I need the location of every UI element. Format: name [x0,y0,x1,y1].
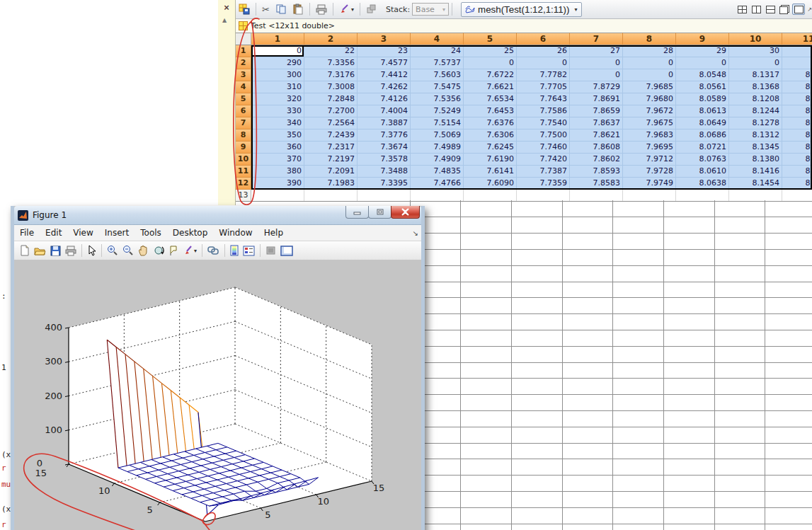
cell[interactable]: 0 [570,57,623,69]
cell[interactable]: 7.2564 [304,117,358,129]
cell[interactable]: 7.1983 [304,178,358,190]
cell[interactable]: 8.2000 [782,129,812,142]
cell[interactable]: 0 [517,57,570,69]
cell[interactable]: 7.5603 [411,69,464,81]
cell[interactable]: 23 [358,45,411,57]
close-button[interactable] [391,206,420,219]
cell[interactable]: 7.3887 [358,117,411,129]
cell[interactable]: 7.8659 [570,105,623,117]
row-header[interactable]: 9 [236,142,251,154]
cell[interactable]: 7.4004 [358,105,411,117]
menu-window[interactable]: Window [213,226,258,240]
menu-view[interactable]: View [67,226,98,240]
cell[interactable]: 7.8691 [570,93,623,105]
column-header[interactable]: 1 [251,33,304,45]
cell[interactable]: 7.8602 [570,154,623,166]
zoom-out-button[interactable] [121,243,135,258]
cell[interactable]: 7.5069 [411,129,464,142]
scroll-up-icon[interactable]: ▲ [222,17,227,23]
cell[interactable]: 0 [782,57,812,69]
cell[interactable]: 0 [251,45,304,57]
cell[interactable]: 7.2700 [304,105,358,117]
undock-icon[interactable]: ↗ [807,6,812,13]
cell[interactable]: 8.0561 [676,81,729,93]
cell[interactable]: 330 [251,105,304,117]
cell[interactable]: 8.1454 [729,178,782,190]
cell[interactable]: 30 [729,45,782,57]
menu-file[interactable]: File [14,226,40,240]
cell[interactable]: 380 [251,166,304,178]
new-figure-button[interactable] [18,243,31,258]
cell[interactable]: 7.7540 [517,117,570,129]
cell[interactable]: 31 [782,45,812,57]
cell[interactable]: 8.1278 [729,117,782,129]
layout-cascade-button[interactable] [778,4,791,15]
cell[interactable]: 24 [411,45,464,57]
cell[interactable]: 8.1317 [729,69,782,81]
cell[interactable]: 7.6245 [464,142,517,154]
layout-horizontal-split-button[interactable] [764,4,777,15]
cell[interactable]: 8.2000 [782,105,812,117]
cell[interactable]: 350 [251,129,304,142]
cell[interactable]: 7.3776 [358,129,411,142]
row-header[interactable]: 4 [236,81,251,93]
paste-button[interactable] [291,1,305,17]
cell[interactable]: 8.1380 [729,154,782,166]
cell[interactable]: 8.1312 [729,129,782,142]
column-header[interactable]: 9 [676,33,729,45]
dock-figure-icon[interactable]: ↘ [413,229,418,237]
open-file-button[interactable] [33,243,47,258]
cell[interactable]: 8.2000 [782,117,812,129]
cell[interactable]: 7.5737 [411,57,464,69]
cell[interactable]: 7.7705 [517,81,570,93]
cell[interactable]: 8.1208 [729,93,782,105]
cell[interactable]: 8.1416 [729,166,782,178]
cell[interactable]: 7.5356 [411,93,464,105]
rotate-3d-button[interactable] [151,243,166,258]
cell[interactable]: 7.7500 [517,129,570,142]
cell[interactable]: 7.4909 [411,154,464,166]
cell[interactable]: 7.9728 [623,166,676,178]
column-header[interactable]: 8 [623,33,676,45]
cell[interactable]: 7.9695 [623,142,676,154]
print-button[interactable] [314,1,328,17]
cell[interactable]: 26 [517,45,570,57]
row-header[interactable]: 8 [236,129,251,142]
zoom-in-button[interactable] [105,243,120,258]
cell[interactable]: 25 [464,45,517,57]
cell[interactable]: 7.7643 [517,93,570,105]
row-header[interactable]: 11 [236,166,251,178]
cell[interactable]: 7.6190 [464,154,517,166]
cell[interactable]: 8.0638 [676,178,729,190]
cell[interactable]: 7.8608 [570,142,623,154]
cell[interactable]: 8.2000 [782,142,812,154]
cell[interactable]: 7.7460 [517,142,570,154]
cell[interactable]: 370 [251,154,304,166]
cell[interactable]: 0 [623,69,676,81]
cell[interactable]: 7.7586 [517,105,570,117]
insert-colorbar-button[interactable] [229,243,240,258]
cell[interactable]: 7.4766 [411,178,464,190]
cell[interactable]: 7.7782 [517,69,570,81]
cell[interactable]: 340 [251,117,304,129]
cell[interactable]: 8.2000 [782,93,812,105]
cell[interactable]: 7.4262 [358,81,411,93]
column-header[interactable]: 10 [729,33,782,45]
cell[interactable]: 7.9683 [623,129,676,142]
cell[interactable]: 22 [304,45,358,57]
stack-view-button[interactable] [365,1,379,17]
column-header[interactable]: 5 [464,33,517,45]
menu-desktop[interactable]: Desktop [167,226,214,240]
cell[interactable]: 7.2848 [304,93,358,105]
row-header[interactable]: 12 [236,178,251,190]
plot-selector-button[interactable]: mesh(Test(1:12,1:11)) ▾ [461,2,581,17]
layout-maximize-button[interactable] [792,4,805,15]
cell[interactable]: 7.6722 [464,69,517,81]
row-header[interactable]: 3 [236,69,251,81]
data-cursor-button[interactable] [167,243,181,258]
brush-data-button[interactable]: ▾ [182,243,198,258]
cell[interactable]: 7.8593 [570,166,623,178]
cell[interactable]: 7.3488 [358,166,411,178]
cell[interactable]: 7.9675 [623,117,676,129]
cell[interactable]: 7.2197 [304,154,358,166]
